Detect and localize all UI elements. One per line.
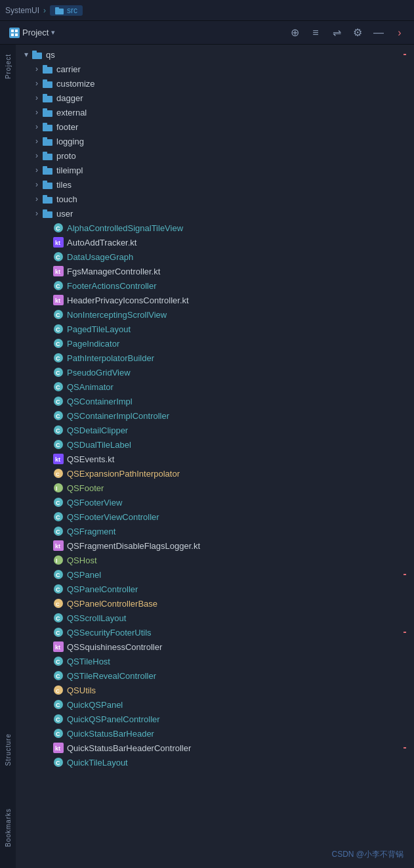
- tree-item-label: FooterActionsController: [67, 281, 157, 291]
- tree-item[interactable]: C FooterActionsController: [16, 278, 406, 293]
- app-name: SystemUI: [5, 6, 39, 15]
- tree-item-label: NonInterceptingScrollView: [67, 310, 167, 320]
- svg-rect-27: [43, 195, 47, 198]
- tree-item[interactable]: kt HeaderPrivacyIconsController.kt: [16, 293, 406, 307]
- class-icon: C: [52, 366, 64, 378]
- dropdown-icon[interactable]: ▾: [51, 28, 55, 37]
- tree-item[interactable]: kt FgsManagerController.kt: [16, 264, 406, 278]
- tree-item[interactable]: C AlphaControlledSignalTileView: [16, 221, 406, 235]
- tree-item[interactable]: C QuickTileLayout: [16, 755, 406, 770]
- tree-item[interactable]: C QSSecurityFooterUtils: [16, 625, 406, 640]
- svg-rect-4: [11, 33, 14, 36]
- svg-rect-29: [43, 209, 47, 213]
- class-icon: C: [52, 626, 64, 638]
- tree-item[interactable]: › external: [16, 105, 406, 119]
- svg-text:C: C: [56, 399, 60, 405]
- tree-item[interactable]: C QuickQSPanelController: [16, 712, 406, 726]
- tree-item[interactable]: C PathInterpolatorBuilder: [16, 351, 406, 365]
- tree-item[interactable]: I QSFooter: [16, 481, 406, 495]
- tree-item[interactable]: › proto: [16, 148, 406, 163]
- tree-item[interactable]: C QSAnimator: [16, 380, 406, 394]
- bookmarks-sidebar-label[interactable]: Bookmarks: [5, 808, 12, 847]
- project-sidebar-label[interactable]: Project: [5, 54, 12, 79]
- svg-text:C: C: [56, 442, 60, 448]
- tree-item[interactable]: C QSContainerImplController: [16, 408, 406, 423]
- tree-item[interactable]: C QSDualTileLabel: [16, 437, 406, 452]
- tree-item[interactable]: C PseudoGridView: [16, 365, 406, 380]
- tree-item[interactable]: › user: [16, 206, 406, 221]
- tree-item[interactable]: C PageIndicator: [16, 336, 406, 351]
- tree-item[interactable]: › carrier: [16, 62, 406, 76]
- project-panel-header[interactable]: Project ▾: [5, 26, 59, 39]
- collapsed-arrow-icon: ›: [31, 194, 42, 204]
- tree-item[interactable]: kt QSSquishinessController: [16, 640, 406, 654]
- tree-item[interactable]: › dagger: [16, 91, 406, 105]
- tree-item[interactable]: C QSTileRevealController: [16, 668, 406, 683]
- tree-item[interactable]: C QSPanel: [16, 567, 406, 582]
- kotlin-file-icon: kt: [52, 453, 64, 465]
- tree-item[interactable]: C PagedTileLayout: [16, 322, 406, 336]
- tree-item[interactable]: › tileimpl: [16, 163, 406, 177]
- svg-text:C: C: [56, 630, 60, 636]
- svg-text:C: C: [56, 716, 60, 723]
- folder-icon: [42, 150, 54, 162]
- class-icon: C: [52, 713, 64, 725]
- svg-text:kt: kt: [55, 240, 60, 246]
- tree-item[interactable]: C DataUsageGraph: [16, 250, 406, 264]
- class-icon: C: [52, 309, 64, 320]
- tree-item-label: DataUsageGraph: [67, 252, 133, 262]
- tree-item[interactable]: C QSDetailClipper: [16, 423, 406, 437]
- tree-item[interactable]: C QSFooterViewController: [16, 510, 406, 524]
- tree-item[interactable]: C QSPanelControllerBase: [16, 596, 406, 611]
- class-icon: C: [52, 612, 64, 624]
- tree-item[interactable]: C QSFooterView: [16, 495, 406, 510]
- kotlin2-file-icon: kt: [52, 540, 64, 552]
- svg-text:C: C: [56, 601, 60, 607]
- tree-item[interactable]: C QSTileHost: [16, 654, 406, 668]
- tree-item[interactable]: ▾ qs: [16, 47, 406, 62]
- git-change-mark: [404, 747, 406, 749]
- tree-item[interactable]: C QSExpansionPathInterpolator: [16, 466, 406, 481]
- tree-item[interactable]: C QuickQSPanel: [16, 697, 406, 712]
- settings-button[interactable]: ⚙: [348, 24, 367, 42]
- list-button[interactable]: ≡: [306, 24, 325, 42]
- tree-item-label: carrier: [56, 64, 81, 74]
- tree-item[interactable]: C QSUtils: [16, 683, 406, 697]
- tree-item[interactable]: › touch: [16, 192, 406, 206]
- globe-button[interactable]: ⊕: [285, 24, 304, 42]
- tree-item-label: QSPanelController: [67, 584, 138, 594]
- folder-icon: [42, 179, 54, 190]
- class-icon: C: [52, 756, 64, 768]
- tree-item[interactable]: kt AutoAddTracker.kt: [16, 235, 406, 250]
- svg-text:kt: kt: [55, 543, 60, 550]
- tree-item[interactable]: kt QuickStatusBarHeaderController: [16, 741, 406, 755]
- class-icon: C: [52, 525, 64, 537]
- collapsed-arrow-icon: ›: [31, 108, 42, 117]
- structure-sidebar-label[interactable]: Structure: [5, 733, 12, 766]
- tree-item[interactable]: C NonInterceptingScrollView: [16, 307, 406, 322]
- svg-text:C: C: [56, 326, 60, 333]
- tree-item-label: AlphaControlledSignalTileView: [67, 223, 183, 233]
- tree-item-label: QSFooterViewController: [67, 512, 159, 522]
- tree-item[interactable]: C QuickStatusBarHeader: [16, 726, 406, 741]
- svg-rect-3: [15, 30, 18, 32]
- tree-item[interactable]: I QSHost: [16, 553, 406, 567]
- tree-item[interactable]: C QSFragment: [16, 524, 406, 538]
- tree-item[interactable]: C QSScrollLayout: [16, 611, 406, 625]
- tree-item[interactable]: › customize: [16, 76, 406, 91]
- tree-item[interactable]: › tiles: [16, 177, 406, 192]
- minimize-button[interactable]: —: [369, 24, 388, 42]
- svg-rect-13: [43, 94, 47, 97]
- tree-item[interactable]: › logging: [16, 134, 406, 148]
- collapsed-arrow-icon: ›: [31, 209, 42, 218]
- tree-item[interactable]: C QSContainerImpl: [16, 394, 406, 408]
- close-strip-button[interactable]: ›: [390, 24, 409, 42]
- svg-text:C: C: [56, 341, 60, 347]
- tree-item[interactable]: kt QSEvents.kt: [16, 452, 406, 466]
- svg-text:C: C: [56, 471, 60, 477]
- tree-item[interactable]: kt QSFragmentDisableFlagsLogger.kt: [16, 538, 406, 553]
- tree-item[interactable]: › footer: [16, 119, 406, 134]
- split-button[interactable]: ⇌: [327, 24, 346, 42]
- class-icon: C: [52, 395, 64, 407]
- tree-item[interactable]: C QSPanelController: [16, 582, 406, 596]
